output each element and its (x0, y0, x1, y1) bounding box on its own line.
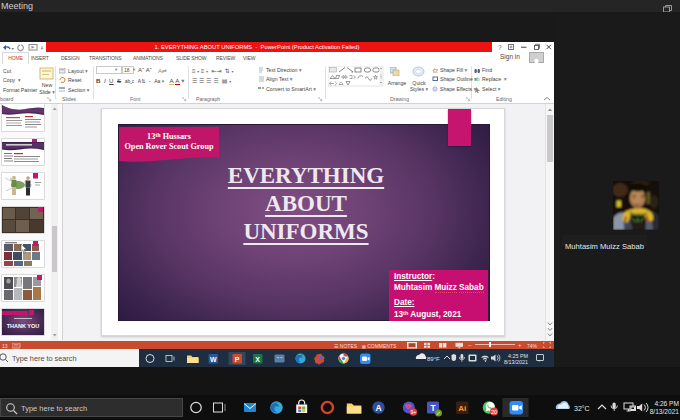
svg-text:8/13/2021: 8/13/2021 (650, 408, 680, 415)
svg-text:?: ? (498, 44, 502, 51)
svg-text:X: X (255, 355, 260, 362)
svg-text:89°F: 89°F (427, 355, 440, 361)
svg-text:4:26 PM: 4:26 PM (654, 400, 679, 407)
svg-text:Ai: Ai (458, 404, 466, 413)
svg-text:✓: ✓ (436, 410, 441, 416)
svg-text:20: 20 (491, 409, 497, 415)
svg-text:32°C: 32°C (574, 405, 590, 412)
svg-text:P: P (235, 355, 240, 362)
svg-text:9+: 9+ (410, 409, 416, 415)
svg-text:THANK YOU: THANK YOU (7, 323, 40, 329)
svg-text:8/13/2021: 8/13/2021 (504, 359, 528, 365)
svg-text:W: W (210, 355, 217, 362)
svg-text:4:25 PM: 4:25 PM (508, 352, 529, 358)
svg-text:A: A (375, 403, 381, 413)
